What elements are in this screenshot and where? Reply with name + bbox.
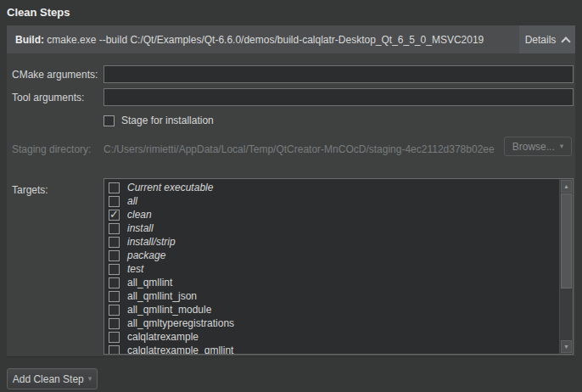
target-row[interactable]: ✓Current executable xyxy=(104,181,559,194)
target-row[interactable]: ✓all_qmllint_module xyxy=(104,303,559,316)
target-label: test xyxy=(127,263,143,275)
targets-label: Targets: xyxy=(12,184,48,196)
scroll-down-button[interactable]: ▼ xyxy=(561,340,572,353)
target-label: all_qmllint xyxy=(127,277,172,288)
build-command-summary: Build: cmake.exe --build C:/Qt/Examples/… xyxy=(7,34,484,46)
target-label: calqlatrexample xyxy=(127,331,199,343)
target-row[interactable]: ✓clean xyxy=(104,208,559,221)
target-checkbox[interactable]: ✓ xyxy=(109,237,120,248)
checkmark-icon: ✓ xyxy=(109,208,119,221)
targets-list: ✓Current executable✓all✓clean✓install✓in… xyxy=(104,178,574,355)
browse-button[interactable]: Browse... ▾ xyxy=(504,137,572,156)
caret-down-icon: ▾ xyxy=(560,143,564,150)
target-label: Current executable xyxy=(127,182,213,193)
target-label: all_qmllint_module xyxy=(127,304,211,316)
target-checkbox[interactable]: ✓ xyxy=(109,332,120,343)
target-checkbox[interactable]: ✓ xyxy=(109,196,120,207)
staging-directory-label: Staging directory: xyxy=(12,143,91,155)
target-row[interactable]: ✓package xyxy=(104,249,559,262)
target-row[interactable]: ✓all_qmltyperegistrations xyxy=(104,316,559,330)
staging-directory-value: C:/Users/rimietti/AppData/Local/Temp/QtC… xyxy=(104,143,495,155)
target-checkbox[interactable]: ✓ xyxy=(109,182,120,193)
target-label: calqlatrexample_qmllint xyxy=(127,344,233,354)
tool-arguments-input[interactable] xyxy=(104,88,574,106)
target-label: all xyxy=(127,195,137,207)
target-row[interactable]: ✓calqlatrexample xyxy=(104,330,559,344)
target-checkbox[interactable]: ✓ xyxy=(109,277,120,288)
add-clean-step-button[interactable]: Add Clean Step ▾ xyxy=(7,368,98,389)
target-label: package xyxy=(127,249,165,261)
target-row[interactable]: ✓install xyxy=(104,221,559,235)
tool-arguments-label: Tool arguments: xyxy=(12,92,84,104)
build-step-summary-bar[interactable]: Build: cmake.exe --build C:/Qt/Examples/… xyxy=(7,25,575,53)
caret-down-icon: ▾ xyxy=(88,375,92,383)
build-command: cmake.exe --build C:/Qt/Examples/Qt-6.6.… xyxy=(47,34,484,46)
target-checkbox[interactable]: ✓ xyxy=(109,264,120,275)
target-checkbox[interactable]: ✓ xyxy=(109,318,120,329)
target-label: all_qmllint_json xyxy=(127,290,197,302)
scrollbar-thumb[interactable] xyxy=(561,193,572,288)
targets-list-rows: ✓Current executable✓all✓clean✓install✓in… xyxy=(104,181,559,354)
details-button[interactable]: Details xyxy=(519,25,575,53)
target-row[interactable]: ✓install/strip xyxy=(104,235,559,249)
target-row[interactable]: ✓calqlatrexample_qmllint xyxy=(104,344,559,354)
target-row[interactable]: ✓all xyxy=(104,194,559,208)
details-button-label: Details xyxy=(525,34,557,46)
add-clean-step-label: Add Clean Step xyxy=(13,373,84,385)
browse-button-label: Browse... xyxy=(512,141,555,153)
target-checkbox[interactable]: ✓ xyxy=(109,250,120,261)
target-checkbox[interactable]: ✓ xyxy=(109,291,120,302)
target-row[interactable]: ✓all_qmllint_json xyxy=(104,289,559,303)
build-label: Build: xyxy=(15,34,44,46)
target-checkbox[interactable]: ✓ xyxy=(109,223,120,234)
target-checkbox[interactable]: ✓ xyxy=(109,345,120,355)
cmake-arguments-input[interactable] xyxy=(104,65,574,83)
target-checkbox[interactable]: ✓ xyxy=(109,305,120,316)
page-title: Clean Steps xyxy=(7,6,70,19)
stage-for-installation-row: ✓ Stage for installation xyxy=(104,115,214,126)
target-label: clean xyxy=(127,209,152,221)
target-checkbox[interactable]: ✓ xyxy=(109,210,120,221)
cmake-arguments-label: CMake arguments: xyxy=(12,69,98,81)
target-label: install xyxy=(127,222,154,234)
clean-step-details-widget: Build: cmake.exe --build C:/Qt/Examples/… xyxy=(7,25,575,357)
stage-for-installation-checkbox[interactable]: ✓ xyxy=(104,115,115,126)
target-row[interactable]: ✓test xyxy=(104,262,559,276)
chevron-up-icon xyxy=(562,36,571,46)
vertical-scrollbar[interactable]: ▲ ▼ xyxy=(559,179,573,354)
target-label: all_qmltyperegistrations xyxy=(127,317,234,329)
target-row[interactable]: ✓all_qmllint xyxy=(104,276,559,289)
scroll-up-button[interactable]: ▲ xyxy=(561,180,572,193)
target-label: install/strip xyxy=(127,236,176,248)
stage-for-installation-label: Stage for installation xyxy=(121,115,214,126)
